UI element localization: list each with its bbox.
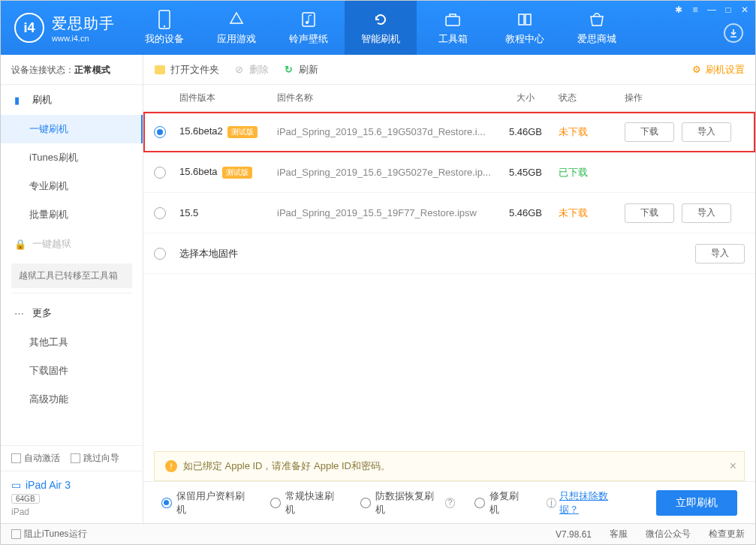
toolbox-icon: [443, 10, 462, 29]
status-badge: 未下载: [559, 125, 625, 139]
firmware-row[interactable]: 15.6beta2测试版 iPad_Spring_2019_15.6_19G50…: [143, 112, 755, 152]
row-radio[interactable]: [154, 126, 166, 138]
svg-point-3: [306, 21, 309, 24]
tab-ringtones[interactable]: 铃声壁纸: [273, 1, 345, 55]
status-badge: 已下载: [559, 166, 625, 179]
opt-quick[interactable]: 常规快速刷机: [270, 489, 341, 516]
tab-smart-flash[interactable]: 智能刷机: [345, 1, 417, 55]
app-name: 爱思助手: [52, 14, 115, 34]
tab-my-device[interactable]: 我的设备: [128, 1, 200, 55]
col-status: 状态: [559, 92, 625, 104]
book-icon: [515, 10, 535, 29]
maximize-icon[interactable]: □: [722, 4, 734, 16]
store-icon: [587, 10, 607, 29]
jailbreak-note: 越狱工具已转移至工具箱: [11, 263, 132, 288]
top-tabs: 我的设备 应用游戏 铃声壁纸 智能刷机 工具箱 教程中心 爱思商城: [128, 1, 633, 55]
apps-icon: [227, 10, 246, 29]
refresh-icon: [371, 10, 390, 29]
close-icon[interactable]: ✕: [739, 4, 751, 16]
divider: [11, 293, 132, 294]
flash-settings-button[interactable]: ⚙刷机设置: [692, 63, 745, 77]
sidebar-item-itunes[interactable]: iTunes刷机: [1, 143, 143, 172]
menu-icon[interactable]: ≡: [689, 4, 701, 16]
opt-recover[interactable]: 防数据恢复刷机?: [360, 489, 455, 516]
tab-apps[interactable]: 应用游戏: [200, 1, 273, 55]
col-version: 固件版本: [179, 92, 277, 104]
device-name[interactable]: ▭ iPad Air 3: [11, 479, 132, 491]
table-header: 固件版本 固件名称 大小 状态 操作: [143, 85, 755, 112]
lock-icon: 🔒: [14, 239, 26, 250]
firmware-row[interactable]: 15.5 iPad_Spring_2019_15.5_19F77_Restore…: [143, 193, 755, 233]
radio-icon: [270, 498, 281, 508]
import-button[interactable]: 导入: [695, 244, 745, 263]
toolbar: 打开文件夹 ⊘删除 ↻刷新 ⚙刷机设置: [143, 55, 755, 85]
sidebar-item-pro[interactable]: 专业刷机: [1, 172, 143, 200]
beta-badge: 测试版: [227, 126, 258, 138]
sidebar-nav: ▮ 刷机 一键刷机 iTunes刷机 专业刷机 批量刷机 🔒 一键越狱 越狱工具…: [1, 85, 143, 445]
radio-icon: [474, 498, 484, 508]
info-icon: i: [547, 498, 557, 508]
wechat-link[interactable]: 微信公众号: [646, 528, 691, 540]
sidebar-item-batch[interactable]: 批量刷机: [1, 200, 143, 229]
col-name: 固件名称: [277, 92, 492, 104]
sidebar-item-other-tools[interactable]: 其他工具: [1, 328, 143, 357]
support-link[interactable]: 客服: [610, 528, 628, 540]
erase-data-link[interactable]: i只想抹除数据？: [547, 489, 625, 516]
row-radio[interactable]: [154, 167, 166, 179]
app-header: i4 爱思助手 www.i4.cn 我的设备 应用游戏 铃声壁纸 智能刷机 工具…: [1, 1, 755, 55]
row-radio[interactable]: [154, 207, 166, 219]
download-button[interactable]: 下载: [625, 203, 674, 223]
firmware-row[interactable]: 15.6beta测试版 iPad_Spring_2019_15.6_19G502…: [143, 152, 755, 193]
connection-status: 设备连接状态：正常模式: [1, 55, 143, 85]
row-radio[interactable]: [154, 248, 166, 260]
status-badge: 未下载: [559, 206, 625, 220]
download-button[interactable]: 下载: [625, 122, 674, 142]
minimize-icon[interactable]: —: [706, 4, 718, 16]
refresh-button[interactable]: ↻刷新: [282, 63, 318, 77]
auto-activate-checkbox[interactable]: 自动激活: [11, 452, 60, 465]
opt-repair[interactable]: 修复刷机: [474, 489, 526, 516]
skin-icon[interactable]: ✱: [673, 4, 685, 16]
phone-icon: ▮: [14, 95, 26, 106]
block-itunes-checkbox[interactable]: 阻止iTunes运行: [11, 528, 87, 540]
sidebar-item-download-fw[interactable]: 下载固件: [1, 357, 143, 385]
import-button[interactable]: 导入: [682, 203, 731, 223]
logo-text: 爱思助手 www.i4.cn: [52, 14, 115, 43]
open-folder-button[interactable]: 打开文件夹: [154, 63, 219, 77]
more-icon: ⋯: [14, 308, 26, 319]
logo-area: i4 爱思助手 www.i4.cn: [1, 13, 128, 43]
version-label: V7.98.61: [556, 529, 592, 540]
content-area: 打开文件夹 ⊘删除 ↻刷新 ⚙刷机设置 固件版本 固件名称 大小 状态 操作 1…: [143, 55, 755, 523]
beta-badge: 测试版: [222, 167, 252, 179]
check-update-link[interactable]: 检查更新: [709, 528, 745, 540]
folder-icon: [154, 64, 166, 76]
delete-button[interactable]: ⊘删除: [233, 63, 269, 77]
radio-icon: [161, 498, 172, 508]
gear-icon: ⚙: [692, 64, 701, 75]
opt-keep-data[interactable]: 保留用户资料刷机: [161, 489, 251, 516]
skip-guide-checkbox[interactable]: 跳过向导: [71, 452, 119, 465]
device-icon: [155, 10, 174, 29]
local-firmware-row[interactable]: 选择本地固件 导入: [143, 233, 755, 274]
help-icon[interactable]: ?: [445, 498, 455, 508]
close-notice-icon[interactable]: ×: [730, 459, 736, 473]
col-size: 大小: [492, 92, 559, 104]
svg-point-1: [164, 26, 165, 27]
music-icon: [299, 10, 318, 29]
tab-store[interactable]: 爱思商城: [561, 1, 633, 55]
sidebar-flash-head[interactable]: ▮ 刷机: [1, 85, 143, 115]
tab-toolbox[interactable]: 工具箱: [417, 1, 489, 55]
import-button[interactable]: 导入: [682, 122, 731, 142]
tab-tutorials[interactable]: 教程中心: [489, 1, 561, 55]
logo-icon: i4: [14, 13, 44, 43]
sidebar-more-head[interactable]: ⋯ 更多: [1, 298, 143, 328]
device-type: iPad: [11, 507, 132, 517]
sidebar-item-oneclick[interactable]: 一键刷机: [1, 115, 143, 143]
delete-icon: ⊘: [233, 64, 245, 76]
flash-now-button[interactable]: 立即刷机: [656, 490, 737, 516]
status-bar: 阻止iTunes运行 V7.98.61 客服 微信公众号 检查更新: [1, 523, 755, 544]
sidebar-item-advanced[interactable]: 高级功能: [1, 385, 143, 414]
download-manager-icon[interactable]: [724, 23, 743, 43]
tablet-icon: ▭: [11, 479, 21, 491]
warning-icon: !: [165, 460, 177, 472]
